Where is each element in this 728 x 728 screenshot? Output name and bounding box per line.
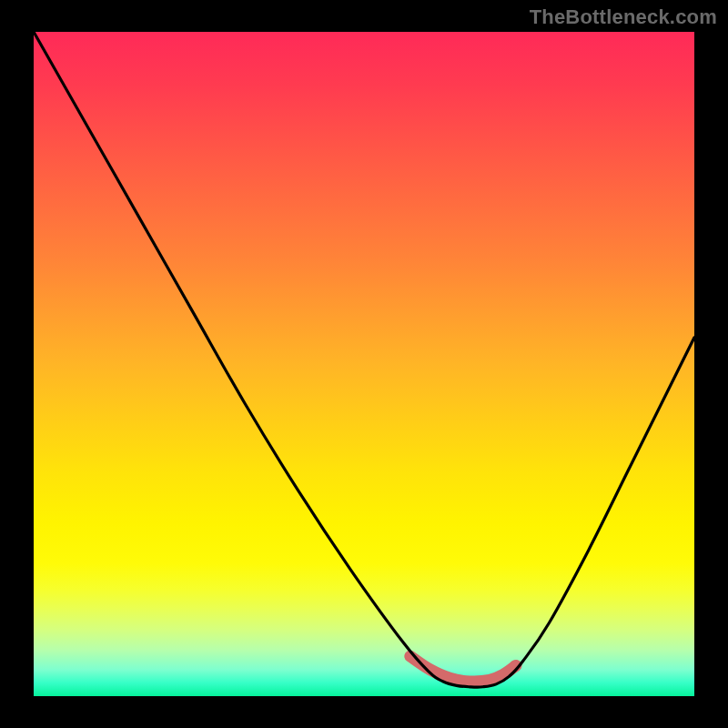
- curve-layer: [34, 32, 694, 696]
- chart-frame: TheBottleneck.com: [0, 0, 728, 728]
- watermark-label: TheBottleneck.com: [530, 5, 717, 29]
- plot-area: [34, 32, 694, 696]
- bottleneck-curve: [34, 32, 694, 687]
